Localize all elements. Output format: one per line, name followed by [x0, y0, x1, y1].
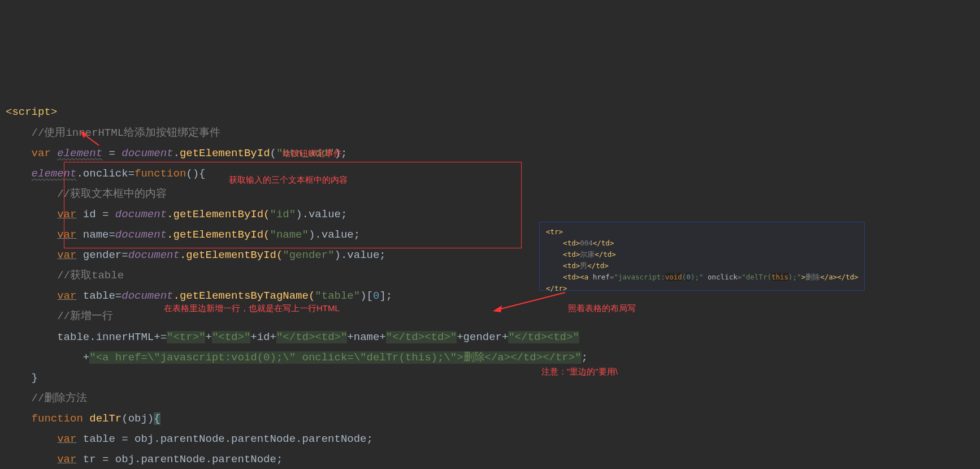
var-kw: var: [57, 433, 76, 445]
element-var: element: [57, 147, 102, 160]
tr-str: "<tr>": [167, 331, 205, 343]
gender-str: "gender": [283, 249, 334, 261]
value-end: ).value;: [335, 249, 386, 261]
parens-brace: (){: [186, 167, 205, 180]
function-kw: function: [32, 412, 83, 425]
comment-innerHTML: //使用innerHTML给添加按钮绑定事件: [32, 127, 220, 139]
var-kw: var: [57, 229, 76, 241]
name-var: name=: [76, 229, 115, 241]
bracket: )[: [360, 290, 373, 302]
delTr-name: delTr: [83, 412, 122, 425]
plus-gender: +gender+: [457, 331, 508, 343]
plus-id: +id+: [250, 331, 276, 343]
comment-new-row: //新增一行: [57, 310, 113, 322]
var-kw: var: [32, 147, 51, 160]
close-brace: }: [32, 372, 38, 384]
element-ref: element: [32, 167, 77, 180]
plus: +: [205, 331, 211, 343]
comment-delete: //删除方法: [32, 392, 88, 405]
plus-name: +name+: [347, 331, 385, 343]
tdtd-str2: "</td><td>": [386, 331, 457, 343]
td-str: "<td>": [212, 331, 250, 343]
svg-marker-3: [493, 306, 502, 312]
getElementById: getElementById: [180, 147, 270, 160]
var-kw: var: [57, 453, 76, 466]
annotation-layout: 照着表格的布局写: [568, 300, 636, 317]
document-ref: document: [122, 147, 173, 160]
code-editor[interactable]: <script> //使用innerHTML给添加按钮绑定事件 var elem…: [0, 81, 980, 469]
comment-get-table: //获取table: [57, 269, 124, 282]
tooltip-html-preview: <tr> <td>004</td> <td>尔康</td> <td>男</td>…: [546, 226, 858, 294]
document-ref: document: [128, 249, 180, 261]
dot: .: [174, 147, 180, 160]
method: .getElementById(: [167, 229, 270, 241]
method: .getElementById(: [167, 208, 270, 221]
id-str: "id": [270, 208, 296, 221]
table-parent: table = obj.parentNode.parentNode.parent…: [76, 433, 373, 445]
script-open-tag: <script>: [6, 106, 57, 118]
var-kw: var: [57, 249, 76, 261]
document-ref: document: [115, 208, 167, 221]
plus: +: [83, 351, 89, 364]
open-brace: {: [154, 412, 160, 425]
name-str: "name": [270, 229, 309, 241]
annotation-escape: 注意："里边的"要用\: [541, 364, 618, 380]
onclick-assign: .onclick=: [76, 167, 135, 180]
var-kw: var: [57, 208, 76, 221]
annotation-bind-event: 给按钮绑定事件: [283, 145, 342, 162]
a-href-str: "<a href=\"javascript:void(0);\" onclick…: [89, 351, 581, 364]
eq: =: [102, 147, 122, 160]
annotation-new-row: 在表格里边新增一行，也就是在写上一行HTML: [164, 300, 340, 317]
comment-get-text: //获取文本框中的内容: [57, 188, 167, 200]
end: ];: [379, 290, 392, 302]
tr-parent: tr = obj.parentNode.parentNode;: [76, 453, 283, 466]
document-ref: document: [115, 229, 167, 241]
tdtd-str: "</td><td>": [276, 331, 347, 343]
value-end: ).value;: [309, 229, 360, 241]
table-var: table=: [76, 290, 122, 302]
tdtd-str3: "</td><td>": [508, 331, 579, 343]
annotation-get-input: 获取输入的三个文本框中的内容: [229, 172, 348, 188]
method: .getElementById(: [180, 249, 283, 261]
value-end: ).value;: [296, 208, 347, 221]
semicolon: ;: [582, 351, 588, 364]
var-kw: var: [57, 290, 76, 302]
gender-var: gender=: [76, 249, 128, 261]
zero: 0: [373, 290, 379, 302]
id-var: id =: [76, 208, 115, 221]
function-kw: function: [135, 167, 186, 180]
table-innerHTML: table.innerHTML+=: [57, 331, 167, 343]
obj-param: (obj): [122, 412, 154, 425]
svg-line-2: [498, 292, 565, 309]
